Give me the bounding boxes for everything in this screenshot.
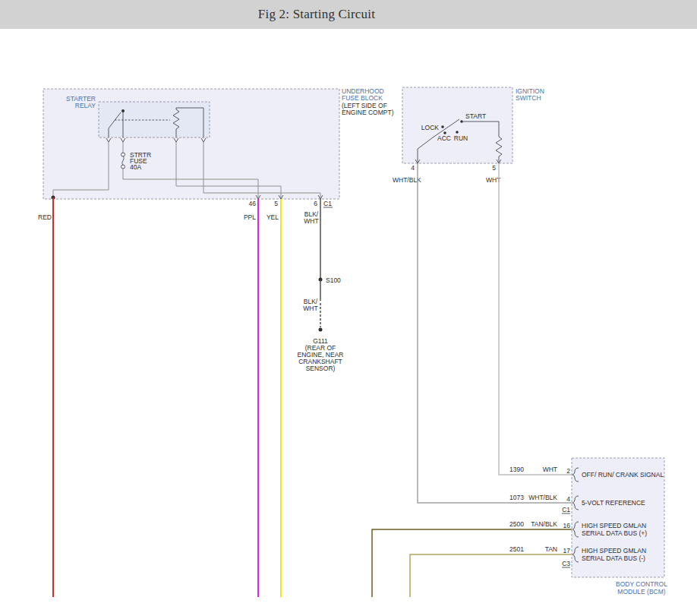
pin-number: 5	[274, 200, 278, 207]
wht-blk-wire-line	[418, 163, 572, 503]
ignition-switch: IGNITION SWITCH LOCK ACC RUN START 4 5 W…	[393, 87, 544, 184]
switch-position-label: ACC	[437, 134, 451, 142]
switch-position-label: START	[465, 112, 486, 120]
bcm-pin-number: 17	[563, 547, 571, 554]
bcm-circuit-number: 1390	[509, 466, 524, 473]
pin-number: 5	[492, 164, 496, 172]
wire-wht	[499, 163, 572, 475]
starter-relay-label: RELAY	[75, 102, 96, 109]
pin-number: 46	[249, 200, 257, 207]
starting-circuit-diagram: UNDERHOOD FUSE BLOCK (LEFT SIDE OF ENGIN…	[0, 0, 697, 616]
bcm-connector-label: C1	[562, 506, 570, 513]
bcm-pin-number: 16	[563, 522, 571, 529]
fuse-block-location: ENGINE COMPT)	[342, 109, 394, 116]
body-control-module: 1390 WHT 2 OFF/ RUN/ CRANK SIGNAL 1073 W…	[509, 458, 667, 595]
bcm-pin-desc: SERIAL DATA BUS (+)	[582, 529, 647, 537]
wire-wht-blk	[418, 163, 572, 503]
bcm-circuit-number: 1073	[509, 494, 524, 501]
wire-color-label: RED	[38, 213, 52, 221]
tan-wire-line	[410, 554, 572, 597]
bcm-pin-desc: SERIAL DATA BUS (-)	[582, 554, 645, 562]
bcm-pin-desc: HIGH SPEED GMLAN	[582, 522, 646, 529]
bcm-pin-number: 4	[566, 495, 570, 503]
ground-path-blk-wht: BLK/ WHT S100 BLK/ WHT G111 (REAR OF ENG…	[298, 199, 344, 372]
switch-contact-dot	[456, 131, 459, 134]
bcm-pin-desc: HIGH SPEED GMLAN	[582, 547, 646, 554]
bcm-name: BODY CONTROL	[616, 580, 667, 588]
pin-number: 4	[411, 164, 415, 172]
pin-number: 6	[314, 200, 317, 207]
wire-color-label: PPL	[244, 213, 256, 221]
switch-position-label: LOCK	[421, 124, 439, 131]
ignition-switch-outline	[402, 87, 512, 163]
bcm-connector-label: C3	[562, 560, 570, 567]
ground-location: SENSOR)	[306, 365, 336, 372]
wire-tan	[410, 554, 572, 597]
tan-blk-wire-line	[372, 529, 572, 597]
bcm-wire-color: WHT	[543, 466, 557, 473]
wire-color-label: YEL	[266, 213, 279, 221]
underhood-fuse-block: UNDERHOOD FUSE BLOCK (LEFT SIDE OF ENGIN…	[43, 87, 394, 207]
wire-red: RED	[38, 196, 55, 598]
ignition-switch-name: SWITCH	[516, 94, 541, 102]
bcm-wire-color: WHT/BLK	[528, 494, 557, 501]
switch-contact-dot	[441, 125, 444, 128]
wire-color-label: WHT	[304, 217, 318, 225]
wire-yel: YEL	[266, 199, 281, 597]
switch-contact-dot	[443, 131, 446, 134]
ground-g111-dot	[319, 328, 323, 332]
bcm-wire-color: TAN	[545, 545, 557, 553]
bcm-pin-desc: 5-VOLT REFERENCE	[582, 499, 645, 507]
fuse-block-name: FUSE BLOCK	[342, 94, 383, 102]
splice-label: S100	[326, 276, 341, 284]
connector-label: C1	[323, 200, 332, 207]
bcm-name: MODULE (BCM)	[617, 588, 665, 595]
wire-tan-blk	[372, 529, 572, 597]
bcm-wire-color: TAN/BLK	[531, 520, 557, 528]
wht-wire-line	[499, 163, 572, 475]
bcm-pin-number: 2	[566, 467, 570, 475]
bcm-circuit-number: 2500	[509, 520, 524, 528]
wire-color-label: WHT	[303, 305, 317, 312]
relay-contact-dot	[121, 109, 125, 112]
switch-position-label: RUN	[454, 134, 468, 142]
bcm-pin-desc: OFF/ RUN/ CRANK SIGNAL	[582, 471, 664, 479]
fuse-label: 40A	[130, 163, 141, 171]
bcm-circuit-number: 2501	[509, 545, 524, 553]
wire-ppl: PPL	[244, 199, 258, 597]
